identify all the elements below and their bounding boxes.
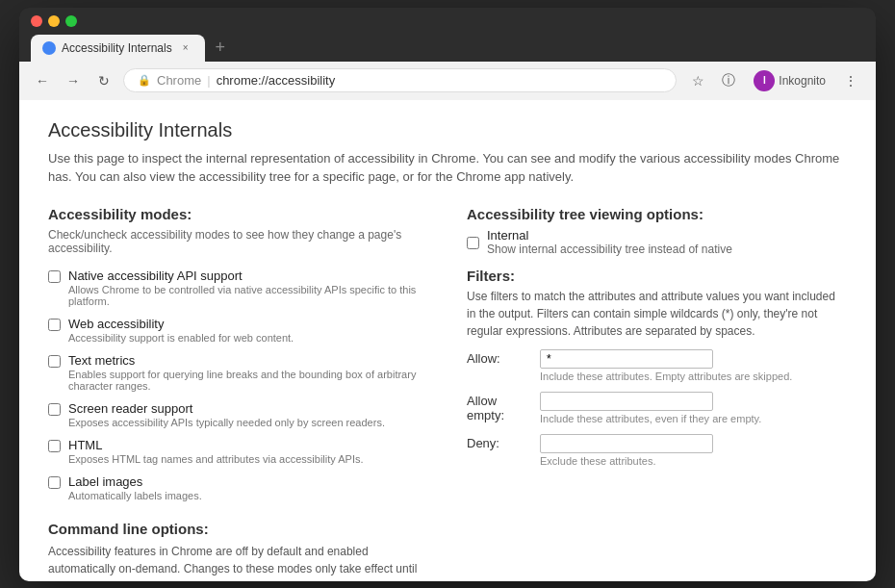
command-line-section: Command line options: Accessibility feat…	[48, 521, 428, 581]
minimize-traffic-light[interactable]	[48, 15, 60, 27]
internal-tree-label: Internal	[487, 228, 732, 243]
text-metrics-sublabel: Enables support for querying line breaks…	[68, 369, 428, 392]
command-line-title: Command line options:	[48, 521, 428, 537]
label-images-checkbox[interactable]	[48, 476, 61, 489]
lock-icon: 🔒	[138, 74, 151, 87]
label-images-label: Label images	[68, 474, 202, 489]
active-tab[interactable]: Accessibility Internals ×	[31, 35, 205, 62]
forward-button[interactable]: →	[62, 69, 85, 92]
allow-empty-hint: Include these attributes, even if they a…	[540, 413, 761, 424]
html-checkbox[interactable]	[48, 440, 61, 452]
html-sublabel: Exposes HTML tag names and attributes vi…	[68, 453, 364, 465]
screen-reader-checkbox[interactable]	[48, 403, 61, 416]
allow-input[interactable]	[540, 349, 713, 369]
text-metrics-checkbox[interactable]	[48, 355, 61, 368]
internal-tree-sublabel: Show internal accessibility tree instead…	[487, 243, 732, 256]
back-button[interactable]: ←	[31, 69, 54, 92]
avatar: I	[754, 70, 775, 91]
internal-tree-option: Internal Show internal accessibility tre…	[467, 228, 847, 256]
screen-reader-label: Screen reader support	[68, 401, 385, 416]
allow-empty-label: Allow empty:	[467, 392, 534, 422]
info-button[interactable]: ⓘ	[715, 67, 742, 94]
web-accessibility-label: Web accessibility	[68, 317, 294, 331]
profile-label: Inkognito	[779, 74, 826, 88]
right-column: Accessibility tree viewing options: Inte…	[467, 206, 847, 581]
deny-filter-row: Deny: Exclude these attributes.	[467, 434, 847, 467]
accessibility-modes-title: Accessibility modes:	[48, 206, 428, 222]
label-images-sublabel: Automatically labels images.	[68, 490, 202, 501]
checkbox-native-api: Native accessibility API support Allows …	[48, 268, 428, 307]
new-tab-button[interactable]: +	[207, 35, 234, 62]
allow-label: Allow:	[467, 349, 534, 366]
tree-viewing-title: Accessibility tree viewing options:	[467, 206, 847, 222]
title-bar: Accessibility Internals × +	[19, 8, 876, 62]
browser-window: Accessibility Internals × + ← → ↻ 🔒 Chro…	[19, 8, 876, 581]
deny-hint: Exclude these attributes.	[540, 455, 713, 467]
page-description: Use this page to inspect the internal re…	[48, 149, 847, 187]
omnibox[interactable]: 🔒 Chrome | chrome://accessibility	[123, 68, 677, 92]
deny-input-wrap: Exclude these attributes.	[540, 434, 713, 467]
checkbox-label-images: Label images Automatically labels images…	[48, 474, 428, 501]
deny-input[interactable]	[540, 434, 713, 453]
menu-button[interactable]: ⋮	[837, 67, 864, 94]
checkbox-text-metrics: Text metrics Enables support for queryin…	[48, 353, 428, 392]
omnibox-chrome-label: Chrome	[157, 73, 201, 88]
left-column: Accessibility modes: Check/uncheck acces…	[48, 206, 428, 581]
internal-tree-checkbox[interactable]	[467, 230, 479, 256]
native-api-label: Native accessibility API support	[68, 268, 428, 283]
tab-title: Accessibility Internals	[62, 41, 172, 55]
omnibox-separator: |	[207, 73, 210, 88]
allow-hint: Include these attributes. Empty attribut…	[540, 371, 792, 382]
refresh-button[interactable]: ↻	[92, 69, 115, 92]
checkbox-screen-reader: Screen reader support Exposes accessibil…	[48, 401, 428, 428]
page-content: Accessibility Internals Use this page to…	[19, 100, 876, 581]
omnibox-actions: ☆ ⓘ I Inkognito ⋮	[684, 67, 864, 94]
screen-reader-sublabel: Exposes accessibility APIs typically nee…	[68, 417, 385, 428]
close-traffic-light[interactable]	[31, 15, 42, 27]
tabs-row: Accessibility Internals × +	[31, 35, 864, 62]
checkbox-web-accessibility: Web accessibility Accessibility support …	[48, 317, 428, 344]
filters-desc: Use filters to match the attributes and …	[467, 288, 847, 340]
web-accessibility-checkbox[interactable]	[48, 319, 61, 331]
allow-input-wrap: Include these attributes. Empty attribut…	[540, 349, 792, 382]
accessibility-modes-desc: Check/uncheck accessibility modes to see…	[48, 228, 428, 255]
page-title: Accessibility Internals	[48, 119, 847, 141]
native-api-checkbox[interactable]	[48, 270, 61, 283]
native-api-sublabel: Allows Chrome to be controlled via nativ…	[68, 284, 428, 307]
checkbox-html: HTML Exposes HTML tag names and attribut…	[48, 438, 428, 465]
text-metrics-label: Text metrics	[68, 353, 428, 368]
allow-empty-filter-row: Allow empty: Include these attributes, e…	[467, 392, 847, 424]
omnibox-bar: ← → ↻ 🔒 Chrome | chrome://accessibility …	[19, 62, 876, 100]
web-accessibility-sublabel: Accessibility support is enabled for web…	[68, 332, 294, 344]
allow-empty-input-wrap: Include these attributes, even if they a…	[540, 392, 761, 424]
maximize-traffic-light[interactable]	[65, 15, 77, 27]
two-column-layout: Accessibility modes: Check/uncheck acces…	[48, 206, 847, 581]
omnibox-url: chrome://accessibility	[217, 73, 336, 88]
allow-filter-row: Allow: Include these attributes. Empty a…	[467, 349, 847, 382]
filters-title: Filters:	[467, 268, 847, 284]
tab-favicon	[42, 41, 56, 55]
allow-empty-input[interactable]	[540, 392, 713, 411]
deny-label: Deny:	[467, 434, 534, 450]
bookmark-button[interactable]: ☆	[684, 67, 711, 94]
command-line-desc: Accessibility features in Chrome are off…	[48, 543, 428, 581]
traffic-lights	[31, 15, 864, 27]
tab-close-button[interactable]: ×	[178, 40, 193, 56]
html-label: HTML	[68, 438, 364, 452]
profile-button[interactable]: I Inkognito	[746, 68, 833, 93]
